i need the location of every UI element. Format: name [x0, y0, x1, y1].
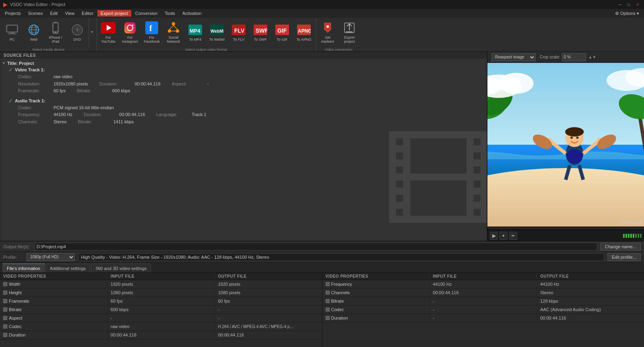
video-props-header: VIDEO PROPERTIES INPUT FILE OUTPUT FILE — [0, 273, 322, 280]
svg-point-15 — [76, 29, 78, 31]
menu-editor[interactable]: Editor — [78, 10, 97, 17]
table-row: Height 1080 pixels 1080 pixels — [0, 289, 322, 297]
source-files-content: ▼ Title: Project ✓ Video Track 1: Codec:… — [0, 59, 487, 127]
toolbar-mp4-button[interactable]: MP4 To MP4 — [185, 18, 206, 47]
output-row: Output file(s): Change name... — [0, 241, 644, 252]
dvd-label: DVD — [73, 38, 81, 42]
prop-audio-bitrate-name: Bitrate — [322, 297, 430, 305]
video-framerate-value: 60 fps — [54, 87, 66, 95]
change-name-button[interactable]: Change name... — [601, 243, 641, 251]
output-format-label: Select output video format — [98, 47, 314, 52]
toolbar-facebook-button[interactable]: f For Facebook — [141, 18, 162, 47]
toolbar-social-button[interactable]: Social Network — [163, 18, 184, 47]
scrubber-bar[interactable] — [487, 226, 644, 230]
profile-select[interactable]: 480p (SD) 720p (HD) 1080p (Full HD) 4K U… — [27, 253, 75, 261]
prop-aspect-output: - — [215, 314, 322, 322]
prop-audio-codec-output: AAC (Advanced Audio Coding) — [537, 305, 644, 314]
crop-spinner[interactable]: ▲▼ — [588, 55, 597, 59]
output-input[interactable] — [35, 243, 597, 251]
menu-scenes[interactable]: Scenes — [25, 10, 46, 17]
prop-audio-duration-output: 00:00:44.116 — [537, 314, 644, 322]
tab-360-3d[interactable]: 360 and 3D video settings — [91, 264, 151, 272]
play-button[interactable]: ▶ — [490, 232, 498, 240]
prop-bitrate-output: - — [215, 305, 322, 314]
svg-point-21 — [132, 24, 134, 25]
options-button[interactable]: ⚙ Options ▾ — [612, 10, 642, 17]
stop-button[interactable]: ■ — [500, 232, 508, 240]
crop-input[interactable] — [562, 53, 586, 61]
tree-arrow[interactable]: ▼ — [2, 61, 6, 65]
audio-channels-value: Stereo — [54, 118, 66, 126]
prop-icon — [326, 299, 330, 303]
toolbar-export-project-button[interactable]: Exportproject — [339, 18, 360, 47]
close-button[interactable]: ✕ — [634, 2, 641, 7]
svg-text:f: f — [149, 24, 152, 33]
tab-file-info[interactable]: File's information — [2, 264, 45, 272]
minimize-button[interactable]: ─ — [617, 2, 623, 7]
prop-height-name: Height — [0, 289, 107, 297]
svg-point-59 — [570, 137, 573, 139]
prop-frequency-name: Frequency — [322, 280, 430, 288]
toolbar-webm-button[interactable]: WebM To WebM — [206, 18, 227, 47]
toolbar-flv-button[interactable]: FLV To FLV — [228, 18, 249, 47]
toolbar-iphone-button[interactable]: iPhone / iPad — [45, 18, 66, 47]
menu-view[interactable]: View — [62, 10, 78, 17]
source-files-header: SOURCE FILES — [0, 52, 487, 59]
toolbar-pc-button[interactable]: PC — [2, 18, 23, 47]
toolbar-apng-button[interactable]: APNG To APNG — [293, 18, 314, 47]
video-resolution-label: Resolution: — [18, 81, 50, 88]
menu-tools[interactable]: Tools — [161, 10, 178, 17]
media-device-dropdown[interactable]: ▾ — [89, 18, 95, 47]
video-framerate-label: Framerate: — [18, 87, 50, 95]
reaspect-select[interactable]: Reaspect image Stretch Crop Black bars — [491, 53, 536, 61]
menu-edit[interactable]: Edit — [47, 10, 61, 17]
video-resolution-value: 1920x1080 pixels — [54, 81, 88, 88]
pc-label: PC — [10, 38, 15, 42]
title-bar: ▶ VSDC Video Editor - Project ─ □ ✕ — [0, 0, 644, 9]
instagram-label: For Instagram — [120, 36, 140, 44]
web-icon — [27, 23, 41, 37]
dvd-icon — [70, 23, 85, 37]
svg-text:GIF: GIF — [277, 27, 287, 34]
audio-codec-label: Codec: — [18, 104, 50, 112]
gif-icon: GIF — [275, 23, 289, 37]
toolbar-dvd-button[interactable]: DVD — [67, 18, 88, 47]
menu-projects[interactable]: Projects — [2, 10, 24, 17]
instagram-icon — [123, 21, 137, 35]
svg-line-28 — [173, 25, 178, 29]
toolbar-youtube-button[interactable]: For YouTube — [98, 18, 119, 47]
video-check-icon: ✓ — [8, 66, 13, 73]
toolbar-web-button[interactable]: Web — [23, 18, 44, 47]
video-track-item: ✓ Video Track 1: — [8, 66, 485, 73]
tab-additional[interactable]: Additional settings — [45, 264, 90, 272]
social-icon — [166, 21, 181, 35]
markers-label: Setmarkers — [321, 36, 334, 44]
toolbar-set-markers-button[interactable]: Setmarkers — [317, 18, 338, 47]
menu-conversion[interactable]: Conversion — [132, 10, 161, 17]
audio-input-col: INPUT FILE — [429, 273, 537, 280]
profile-description: High Quality - Video: H.264, Frame Size … — [78, 253, 604, 261]
audio-props-col: VIDEO PROPERTIES — [322, 273, 430, 280]
prop-icon — [3, 333, 7, 337]
window-controls: ─ □ ✕ — [617, 2, 641, 7]
svg-point-24 — [172, 22, 175, 25]
toolbar-swf-button[interactable]: SWF To SWF — [250, 18, 271, 47]
frame-button[interactable]: ⏭ — [509, 232, 517, 240]
audio-language-value: Track 1 — [192, 111, 206, 118]
pc-icon — [5, 23, 19, 37]
edit-profile-button[interactable]: Edit profile... — [607, 253, 641, 261]
preview-controls: ▶ ■ ⏭ — [487, 230, 644, 241]
menu-export[interactable]: Export project — [97, 10, 131, 17]
toolbar-instagram-button[interactable]: For Instagram — [120, 18, 140, 47]
flv-icon: FLV — [231, 23, 246, 37]
maximize-button[interactable]: □ — [625, 2, 632, 7]
mp4-icon: MP4 — [188, 23, 202, 37]
audio-frequency-value: 44100 Hz — [54, 111, 72, 118]
toolbar-gif-button[interactable]: GIF To GIF — [272, 18, 293, 47]
prop-audio-duration-name: Duration — [322, 314, 430, 322]
prop-bitrate-input: 600 kbps — [107, 305, 215, 314]
svg-text:MP4: MP4 — [190, 28, 201, 34]
audio-bitrate-label: Bitrate: — [78, 118, 110, 126]
menu-activation[interactable]: Activation — [179, 10, 205, 17]
vol-6 — [635, 234, 637, 238]
